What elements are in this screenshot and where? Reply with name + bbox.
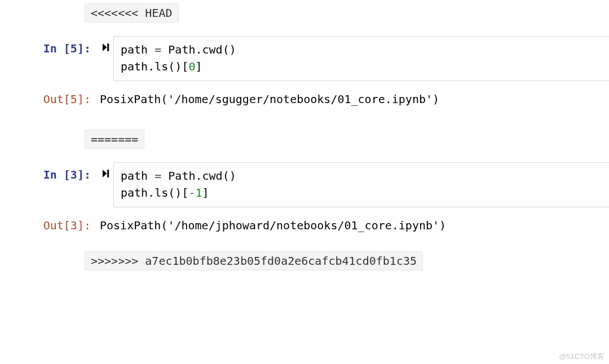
- conflict-marker-sep: =======: [85, 130, 144, 149]
- spacer: [0, 239, 609, 251]
- output-cell: Out[3]: PosixPath('/home/jphoward/notebo…: [0, 213, 609, 237]
- output-prompt: Out[3]:: [0, 213, 99, 233]
- output-prompt: Out[5]:: [0, 87, 99, 107]
- output-cell: Out[5]: PosixPath('/home/sgugger/noteboo…: [0, 87, 609, 110]
- step-forward-icon: [101, 168, 111, 179]
- code-input-area[interactable]: path = Path.cwd() path.ls()[-1]: [113, 162, 609, 207]
- input-prompt: In [3]:: [0, 162, 99, 183]
- conflict-marker-head: <<<<<<< HEAD: [85, 3, 179, 23]
- run-cell-button[interactable]: [99, 36, 113, 55]
- watermark: @51CTO博客: [559, 352, 604, 362]
- svg-rect-1: [107, 170, 109, 177]
- conflict-marker-tail: >>>>>>> a7ec1b0bfb8e23b05fd0a2e6cafcb41c…: [85, 251, 423, 270]
- notebook-container: <<<<<<< HEAD In [5]: path = Path.cwd() p…: [0, 0, 609, 284]
- spacer: [0, 113, 609, 130]
- output-text: PosixPath('/home/jphoward/notebooks/01_c…: [99, 213, 609, 237]
- code-text: path = Path.cwd() path.ls()[-1]: [121, 169, 236, 199]
- code-cell: In [3]: path = Path.cwd() path.ls()[-1]: [0, 162, 609, 211]
- input-prompt: In [5]:: [0, 36, 99, 56]
- output-text: PosixPath('/home/sgugger/notebooks/01_co…: [99, 87, 609, 110]
- code-cell: In [5]: path = Path.cwd() path.ls()[0]: [0, 36, 609, 85]
- svg-rect-0: [107, 43, 109, 51]
- code-text: path = Path.cwd() path.ls()[0]: [121, 43, 236, 73]
- step-forward-icon: [101, 42, 111, 52]
- code-input-area[interactable]: path = Path.cwd() path.ls()[0]: [113, 36, 609, 81]
- run-cell-button[interactable]: [99, 162, 113, 181]
